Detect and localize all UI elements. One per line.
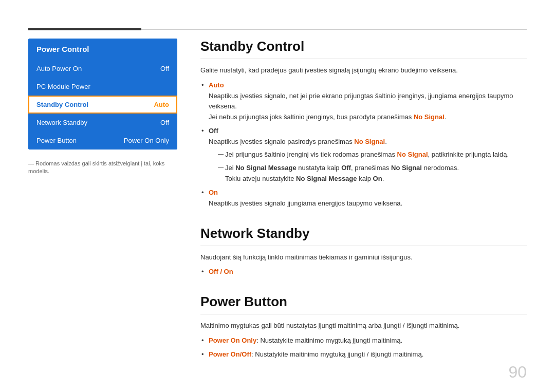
sidebar-item-label: Standby Control	[36, 101, 88, 108]
bullet-on: On Neaptikus įvesties signalo įjungiama …	[200, 188, 527, 209]
standby-control-section: Standby Control Galite nustatyti, kad pr…	[200, 39, 527, 209]
standby-control-desc: Galite nustatyti, kad pradėjus gauti įve…	[200, 65, 527, 76]
standby-control-bullets: Auto Neaptikus įvesties signalo, net jei…	[200, 80, 527, 209]
top-line-dark	[28, 28, 141, 30]
sidebar-item-value: Power On Only	[124, 137, 169, 144]
sidebar-item-standby-control[interactable]: Standby Control Auto	[28, 96, 177, 114]
no-signal-ref-4: No Signal	[391, 164, 422, 172]
sidebar-footnote: ― Rodomas vaizdas gali skirtis atsižvelg…	[28, 160, 177, 176]
page-number: 90	[508, 363, 527, 382]
network-standby-section: Network Standby Naudojant šią funkciją t…	[200, 226, 527, 278]
sidebar-item-network-standby[interactable]: Network Standby Off	[28, 114, 177, 132]
power-on-only-label: Power On Only	[209, 337, 256, 344]
no-signal-ref-2: No Signal	[354, 138, 385, 145]
network-standby-bullets: Off / On	[200, 267, 527, 277]
sidebar-item-label: Auto Power On	[36, 65, 82, 72]
power-button-title: Power Button	[200, 294, 527, 314]
standby-control-title: Standby Control	[200, 39, 527, 59]
power-button-desc: Maitinimo mygtukas gali būti nustatytas …	[200, 321, 527, 331]
bullet-power-on-only: Power On Only: Nustatykite maitinimo myg…	[200, 335, 527, 346]
no-signal-ref-3: No Signal	[397, 151, 428, 158]
no-signal-message-ref-1: No Signal Message	[235, 164, 296, 172]
bullet-off-on: Off / On	[200, 267, 527, 277]
off-on-label: Off / On	[209, 268, 233, 275]
top-line-light	[141, 29, 527, 30]
sidebar-item-power-button[interactable]: Power Button Power On Only	[28, 132, 177, 150]
power-button-bullets: Power On Only: Nustatykite maitinimo myg…	[200, 335, 527, 360]
no-signal-message-ref-2: No Signal Message	[296, 175, 357, 182]
sidebar-item-value: Auto	[154, 101, 169, 108]
bullet-power-on-off: Power On/Off: Nustatykite maitinimo mygt…	[200, 349, 527, 360]
power-control-title: Power Control	[28, 39, 177, 60]
right-content: Standby Control Galite nustatyti, kad pr…	[200, 39, 527, 377]
sidebar-item-label: Power Button	[36, 137, 77, 144]
sidebar-item-label: Network Standby	[36, 119, 87, 126]
power-on-off-label: Power On/Off	[209, 350, 251, 358]
bullet-off-subbullets: Jei prijungus šaltinio įrenginį vis tiek…	[209, 150, 527, 184]
bullet-on-label: On	[209, 189, 218, 196]
bullet-off: Off Neaptikus įvesties signalo pasirodys…	[200, 126, 527, 184]
bullet-off-label: Off	[209, 127, 218, 135]
sidebar-item-pc-module-power[interactable]: PC Module Power	[28, 78, 177, 96]
sidebar-item-auto-power-on[interactable]: Auto Power On Off	[28, 60, 177, 78]
left-panel: Power Control Auto Power On Off PC Modul…	[28, 39, 177, 176]
bullet-auto-label: Auto	[209, 81, 224, 89]
top-lines	[0, 28, 555, 30]
bullet-auto: Auto Neaptikus įvesties signalo, net jei…	[200, 80, 527, 123]
power-button-section: Power Button Maitinimo mygtukas gali būt…	[200, 294, 527, 360]
sidebar-item-value: Off	[160, 119, 169, 126]
no-signal-ref-1: No Signal	[414, 113, 445, 121]
sidebar-item-label: PC Module Power	[36, 83, 90, 90]
network-standby-desc: Naudojant šią funkciją tinklo maitinimas…	[200, 252, 527, 263]
power-control-box: Power Control Auto Power On Off PC Modul…	[28, 39, 177, 150]
network-standby-title: Network Standby	[200, 226, 527, 246]
sidebar-item-value: Off	[160, 65, 169, 72]
off-ref: Off	[341, 164, 351, 172]
sub-bullet-2: Jei No Signal Message nustatyta kaip Off…	[217, 163, 527, 184]
sub-bullet-1: Jei prijungus šaltinio įrenginį vis tiek…	[217, 150, 527, 160]
on-ref: On	[373, 175, 382, 182]
